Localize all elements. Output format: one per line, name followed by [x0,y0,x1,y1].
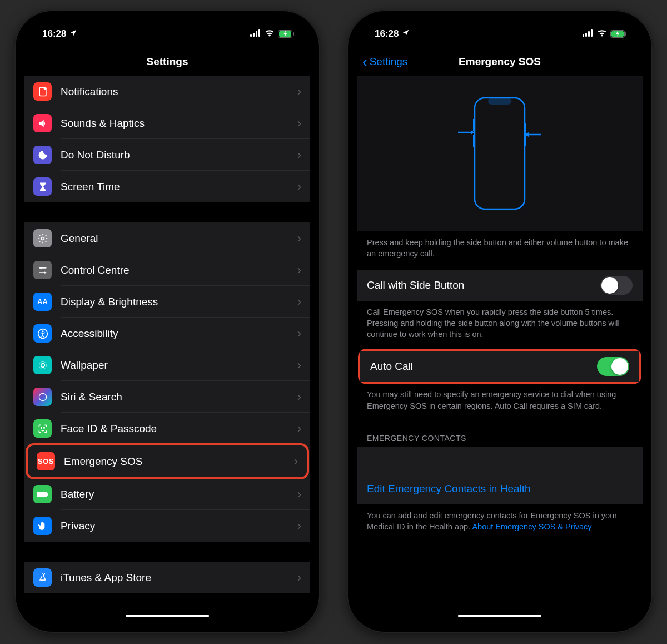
chevron-right-icon: › [294,454,298,469]
contacts-empty [357,447,643,473]
auto-call-help: You may still need to specify an emergen… [357,383,643,422]
privacy-icon [33,517,52,535]
chevron-right-icon: › [297,148,301,162]
sos-illustration [357,76,643,231]
edit-contacts-link[interactable]: Edit Emergency Contacts in Health [357,473,643,504]
row-label: General [61,232,297,245]
chevron-right-icon: › [297,263,301,278]
row-label: Display & Brightness [61,296,297,308]
svg-point-15 [42,330,43,332]
row-label: Control Centre [61,264,297,276]
chevron-right-icon: › [297,422,301,436]
chevron-right-icon: › [297,231,301,246]
location-icon [402,28,410,39]
row-battery[interactable]: Battery › [24,478,310,510]
row-appstore[interactable]: iTunes & App Store › [24,562,310,593]
highlight-emergency-sos: SOS Emergency SOS › [26,443,309,479]
svg-rect-25 [588,31,590,37]
chevron-left-icon: ‹ [362,55,367,69]
display-icon: AA [33,293,52,311]
row-label: Privacy [61,520,297,532]
toggle-call-side-button[interactable] [600,276,633,295]
settings-list[interactable]: Notifications › Sounds & Haptics › Do No… [24,76,310,623]
sos-content[interactable]: Press and keep holding the side button a… [357,76,643,623]
row-call-side-button[interactable]: Call with Side Button [357,270,643,301]
row-siri[interactable]: Siri & Search › [24,381,310,413]
chevron-right-icon: › [297,326,301,341]
page-title: Settings [147,56,188,68]
chevron-right-icon: › [297,571,301,585]
svg-rect-0 [250,34,252,37]
control-centre-icon [33,261,52,279]
emergency-contacts-header: EMERGENCY CONTACTS [357,422,643,447]
screentime-icon [33,177,52,196]
row-privacy[interactable]: Privacy › [24,510,310,542]
svg-rect-29 [625,32,626,36]
status-time: 16:28 [42,28,66,39]
row-label: Battery [61,488,297,501]
row-screentime[interactable]: Screen Time › [24,171,310,202]
chevron-right-icon: › [297,390,301,404]
status-time: 16:28 [375,28,399,39]
row-faceid[interactable]: Face ID & Passcode › [24,413,310,444]
navbar: Settings [24,48,310,76]
svg-rect-13 [39,272,46,273]
settings-group-3: iTunes & App Store › [24,562,310,593]
svg-point-17 [39,361,46,369]
row-control-centre[interactable]: Control Centre › [24,254,310,286]
chevron-right-icon: › [297,295,301,309]
row-auto-call[interactable]: Auto Call [360,351,639,382]
home-indicator[interactable] [126,615,209,617]
location-icon [69,28,77,39]
svg-rect-2 [256,31,257,37]
sounds-icon [33,114,52,132]
chevron-right-icon: › [297,519,301,533]
wallpaper-icon [33,356,52,374]
svg-rect-6 [293,32,294,36]
svg-rect-11 [39,267,46,269]
svg-rect-34 [473,135,475,147]
wifi-icon [265,28,275,39]
row-label: iTunes & App Store [61,572,297,584]
dnd-icon [33,146,52,164]
row-display[interactable]: AA Display & Brightness › [24,286,310,318]
row-label: Do Not Disturb [61,149,297,161]
svg-rect-30 [475,98,525,209]
notch [106,20,228,39]
row-notifications[interactable]: Notifications › [24,76,310,107]
accessibility-icon [33,324,52,343]
privacy-link[interactable]: About Emergency SOS & Privacy [472,522,591,531]
row-label: Sounds & Haptics [61,117,297,130]
svg-rect-22 [47,493,48,495]
chevron-right-icon: › [297,487,301,502]
link-label: Edit Emergency Contacts in Health [367,483,531,495]
settings-group-1: Notifications › Sounds & Haptics › Do No… [24,76,310,202]
battery-icon [33,485,52,503]
toggle-label: Auto Call [370,360,413,373]
appstore-icon [33,568,52,587]
row-emergency-sos[interactable]: SOS Emergency SOS › [28,445,307,477]
notch [439,20,561,39]
navbar: ‹ Settings Emergency SOS [357,48,643,76]
row-label: Screen Time [61,181,297,193]
row-accessibility[interactable]: Accessibility › [24,318,310,349]
home-indicator[interactable] [458,615,541,617]
back-label: Settings [370,56,408,68]
row-wallpaper[interactable]: Wallpaper › [24,349,310,381]
toggle-auto-call[interactable] [597,357,629,376]
faceid-icon [33,419,52,438]
chevron-right-icon: › [297,180,301,194]
toggle-label: Call with Side Button [367,279,464,291]
svg-rect-31 [488,98,511,105]
svg-point-20 [43,427,44,428]
svg-rect-24 [585,33,587,37]
row-sounds[interactable]: Sounds & Haptics › [24,107,310,139]
battery-charging-icon [610,30,627,38]
back-button[interactable]: ‹ Settings [362,55,407,69]
chevron-right-icon: › [297,358,301,373]
row-dnd[interactable]: Do Not Disturb › [24,139,310,171]
row-general[interactable]: General › [24,222,310,254]
siri-icon [33,388,52,406]
phone-right: 16:28 ‹ Settings [347,10,653,633]
signal-icon [583,28,594,39]
